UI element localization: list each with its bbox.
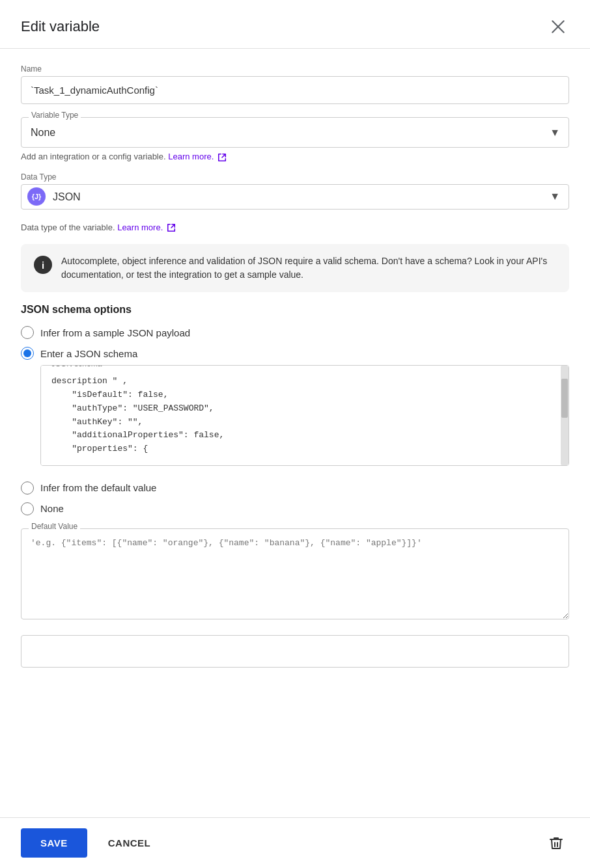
data-type-wrapper: {J} JSON String Number Boolean ▼ [21,184,569,210]
radio-infer-default-input[interactable] [21,481,34,495]
default-value-textarea[interactable] [21,528,569,619]
data-type-helper: Data type of the variable. Learn more. [21,223,569,233]
data-type-group: Data Type {J} JSON String Number Boolean… [21,172,569,210]
radio-enter-schema[interactable]: Enter a JSON schema [21,347,569,360]
variable-type-select-wrapper: None Integration Config ▼ [21,117,569,148]
info-icon: i [34,256,52,274]
close-button[interactable] [547,16,569,38]
external-link-icon [218,153,227,162]
default-value-container: Default Value [21,528,569,622]
variable-type-learn-more-link[interactable]: Learn more. [168,152,227,161]
name-label: Name [21,64,569,74]
radio-infer-sample[interactable]: Infer from a sample JSON payload [21,326,569,339]
json-schema-section: JSON schema options [21,304,569,316]
data-type-label: Data Type [21,172,569,182]
radio-infer-sample-label: Infer from a sample JSON payload [40,327,190,338]
delete-button[interactable] [543,830,569,856]
info-box: i Autocomplete, object inference and val… [21,244,569,292]
radio-enter-schema-container: Enter a JSON schema JSON schema descript… [21,347,569,474]
json-line-3: "authType": "USER_PASSWORD", [51,402,558,416]
radio-infer-default-label: Infer from the default value [40,482,156,493]
save-button[interactable]: SAVE [21,828,87,858]
data-type-external-link-icon [167,223,176,232]
radio-enter-schema-input[interactable] [21,347,34,360]
dialog-body: Name Variable Type None Integration Conf… [0,49,590,817]
name-field-group: Name [21,64,569,104]
json-schema-radio-group: Infer from a sample JSON payload Enter a… [21,326,569,515]
dialog-title: Edit variable [21,18,100,35]
json-line-6: "properties": { [51,442,558,456]
json-line-5: "additionalProperties": false, [51,429,558,442]
json-scrollbar-thumb [561,379,568,418]
variable-type-label: Variable Type [29,111,81,120]
json-schema-section-title: JSON schema options [21,304,569,316]
dialog-header: Edit variable [0,0,590,49]
radio-none-input[interactable] [21,502,34,515]
cancel-button[interactable]: CANCEL [98,828,162,858]
default-value-label: Default Value [29,522,80,531]
json-scrollbar[interactable] [561,366,569,465]
edit-variable-dialog: Edit variable Name Variable Type None In… [0,0,590,868]
json-schema-editor: JSON schema description " , "isDefault":… [40,365,569,466]
json-line-1: description " , [51,375,558,388]
variable-type-group: Variable Type None Integration Config ▼ [21,117,569,148]
close-icon [550,18,567,35]
json-schema-content[interactable]: description " , "isDefault": false, "aut… [41,366,569,465]
radio-infer-sample-input[interactable] [21,326,34,339]
json-line-2: "isDefault": false, [51,388,558,402]
trash-icon [548,835,564,851]
name-input[interactable] [21,76,569,104]
radio-enter-schema-label: Enter a JSON schema [40,348,137,359]
variable-type-helper: Add an integration or a config variable.… [21,152,569,162]
data-type-learn-more-link[interactable]: Learn more. [117,223,176,232]
info-text: Autocomplete, object inference and valid… [61,254,556,282]
radio-none[interactable]: None [21,502,569,515]
data-type-select[interactable]: JSON String Number Boolean [21,184,569,210]
radio-infer-default[interactable]: Infer from the default value [21,481,569,495]
description-field[interactable] [21,635,569,668]
json-line-4: "authKey": "", [51,416,558,429]
variable-type-select[interactable]: None Integration Config [21,117,569,148]
json-schema-label: JSON schema [49,365,104,368]
dialog-footer: SAVE CANCEL [0,817,590,868]
radio-none-label: None [40,503,64,514]
